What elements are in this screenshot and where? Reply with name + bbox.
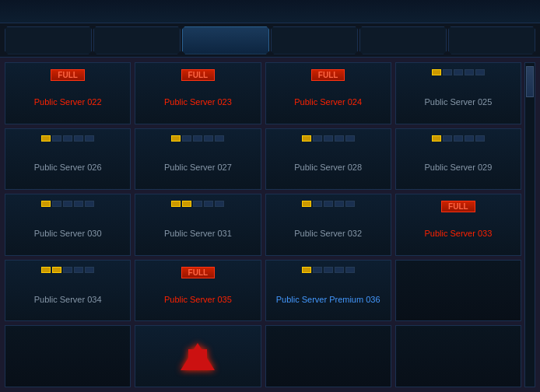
dot-3 (74, 267, 83, 273)
status-full-badge: FULL (181, 267, 216, 278)
tab-training[interactable] (5, 26, 92, 54)
server-cell-035[interactable]: FULLPublic Server 035 (135, 260, 261, 322)
server-cell-030[interactable]: Public Server 030 (5, 194, 131, 256)
status-full-badge: FULL (181, 69, 216, 81)
server-name-028: Public Server 028 (291, 163, 365, 172)
dot-1 (52, 267, 61, 273)
server-name-026: Public Server 026 (31, 163, 105, 172)
status-dots (41, 201, 94, 207)
dot-4 (475, 135, 485, 142)
status-full-badge: FULL (441, 201, 475, 212)
server-cell-024[interactable]: FULLPublic Server 024 (265, 62, 391, 124)
server-cell-027[interactable]: Public Server 027 (135, 128, 261, 191)
status-bar-030 (41, 201, 94, 207)
tab-public[interactable] (182, 26, 269, 54)
dot-3 (335, 267, 344, 273)
server-cell-028[interactable]: Public Server 028 (265, 128, 391, 191)
server-cell-040 (265, 325, 391, 387)
server-name-024: Public Server 024 (291, 97, 365, 107)
dot-4 (215, 135, 224, 142)
server-name-034: Public Server 034 (31, 295, 105, 304)
status-bar-025 (432, 69, 485, 75)
server-cell-022[interactable]: FULLPublic Server 022 (5, 62, 131, 124)
status-bar-027 (171, 135, 224, 142)
dot-2 (63, 201, 72, 207)
dot-2 (63, 267, 72, 273)
server-cell-023[interactable]: FULLPublic Server 023 (135, 62, 261, 124)
status-bar-029 (432, 135, 485, 142)
dot-4 (85, 135, 94, 142)
server-cell-026[interactable]: Public Server 026 (5, 128, 131, 191)
dot-1 (182, 201, 191, 207)
tab-clan[interactable] (359, 26, 447, 54)
dot-2 (324, 201, 333, 207)
server-cell-025[interactable]: Public Server 025 (395, 62, 521, 124)
up-arrow-icon (181, 343, 215, 370)
dot-4 (345, 267, 355, 273)
status-dots (302, 201, 355, 207)
status-bar-033: FULL (441, 201, 475, 212)
server-cell-031[interactable]: Public Server 031 (135, 194, 261, 256)
tab-bar (0, 23, 540, 58)
status-bar-032 (302, 201, 355, 207)
dot-4 (345, 135, 355, 142)
dot-3 (465, 135, 474, 142)
status-full-badge: FULL (51, 69, 85, 81)
dot-0 (302, 267, 311, 273)
dot-0 (302, 201, 311, 207)
server-cell-038 (5, 325, 131, 387)
dot-1 (313, 267, 322, 273)
main-container: FULLPublic Server 022FULLPublic Server 0… (0, 0, 540, 392)
server-cell-arrow (135, 325, 261, 387)
status-dots (41, 267, 94, 273)
server-cell-034[interactable]: Public Server 034 (5, 260, 131, 322)
dot-0 (41, 267, 51, 273)
dot-3 (74, 201, 83, 207)
dot-4 (475, 69, 485, 75)
dot-0 (432, 69, 441, 75)
server-name-031: Public Server 031 (161, 229, 235, 238)
dot-2 (63, 135, 72, 142)
status-dots (302, 267, 355, 273)
server-name-032: Public Server 032 (291, 229, 365, 238)
dot-0 (432, 135, 441, 142)
server-name-029: Public Server 029 (421, 163, 495, 172)
server-cell-029[interactable]: Public Server 029 (395, 128, 521, 191)
status-dots (432, 135, 485, 142)
content-area: FULLPublic Server 022FULLPublic Server 0… (0, 58, 540, 392)
server-cell-032[interactable]: Public Server 032 (265, 194, 391, 256)
dot-4 (215, 201, 224, 207)
dot-2 (193, 135, 202, 142)
status-bar-031 (171, 201, 224, 207)
dot-0 (171, 135, 181, 142)
server-cell-036[interactable]: Public Server Premium 036 (265, 260, 391, 322)
dot-0 (302, 135, 311, 142)
top-bar (0, 0, 540, 23)
server-name-023: Public Server 023 (161, 97, 235, 107)
server-cell-037 (395, 260, 521, 322)
tab-expert[interactable] (271, 26, 358, 54)
dot-4 (345, 201, 355, 207)
dot-1 (52, 135, 61, 142)
server-name-027: Public Server 027 (161, 163, 235, 172)
dot-0 (171, 201, 181, 207)
scrollbar[interactable] (524, 62, 535, 387)
dot-2 (454, 69, 463, 75)
status-bar-035: FULL (181, 267, 216, 278)
dot-1 (52, 201, 61, 207)
dot-2 (324, 267, 333, 273)
dot-1 (182, 135, 191, 142)
dot-2 (193, 201, 202, 207)
dot-3 (204, 201, 213, 207)
dot-4 (85, 267, 94, 273)
scrollbar-thumb[interactable] (526, 66, 534, 97)
server-name-022: Public Server 022 (31, 97, 105, 107)
status-bar-026 (41, 135, 94, 142)
tab-competition[interactable] (448, 26, 535, 54)
server-grid: FULLPublic Server 022FULLPublic Server 0… (5, 62, 521, 387)
tab-beginner[interactable] (93, 26, 181, 54)
dot-2 (454, 135, 463, 142)
server-name-033: Public Server 033 (421, 229, 495, 238)
server-cell-033[interactable]: FULLPublic Server 033 (395, 194, 521, 256)
status-dots (171, 201, 224, 207)
